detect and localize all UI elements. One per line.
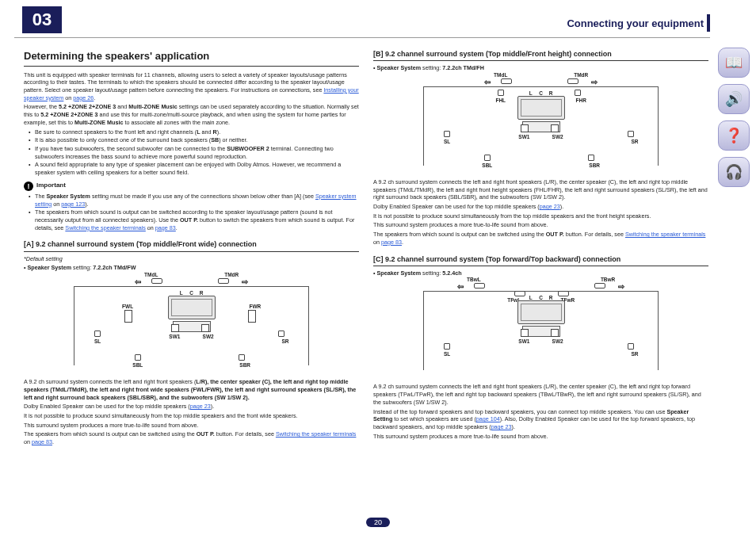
speaker-system-setting-a: Speaker System setting: 7.2.2ch TMd/FW	[24, 264, 359, 272]
sec-a-dolby: Dolby Enabled Speaker can be used for th…	[24, 403, 359, 411]
sec-c-note2: This surround system produces a more tru…	[373, 433, 708, 441]
sec-b-dolby: Dolby Enabled Speaker can be used for th…	[373, 203, 708, 211]
link-switching-terminals[interactable]: Switching the speaker terminals	[65, 224, 145, 231]
list-item: A sound field appropriate to any type of…	[29, 161, 359, 176]
sec-c-note: Instead of the top forward speakers and …	[373, 408, 708, 431]
link-page-23[interactable]: page 23	[190, 403, 211, 410]
section-c-heading: [C] 9.2 channel surround system (Top for…	[373, 254, 708, 266]
list-item: It is also possible to only connect one …	[29, 136, 359, 144]
tv-icon	[168, 296, 216, 319]
link-page-83-3[interactable]: page 83	[381, 239, 402, 246]
diagram-b: TMdL⇦ TMdR⇨ FHL FHR L C R SW1 SW2 SL SR …	[373, 75, 708, 178]
important-icon: !	[24, 182, 33, 191]
list-item: Be sure to connect speakers to the front…	[29, 128, 359, 136]
intro-paragraph-2: However, the 5.2 +ZONE 2+ZONE 3 and Mult…	[24, 103, 359, 126]
nav-equipment-button[interactable]: 🔊	[718, 84, 750, 114]
section-a-heading: [A] 9.2 channel surround system (Top mid…	[24, 239, 359, 251]
link-page-83[interactable]: page 83	[155, 224, 176, 231]
sec-a-note: It is not possible to produce sound simu…	[24, 412, 359, 420]
feature-bullets: Be sure to connect speakers to the front…	[24, 128, 359, 177]
section-b-heading: [B] 9.2 channel surround system (Top mid…	[373, 49, 708, 61]
list-item: The Speaker System setting must be made …	[29, 193, 359, 208]
sec-a-note2: This surround system produces a more tru…	[24, 422, 359, 430]
intro-paragraph-1: This unit is equipped with speaker termi…	[24, 71, 359, 102]
nav-settings-button[interactable]: 🎧	[718, 157, 750, 187]
link-page-104[interactable]: page 104	[476, 415, 500, 422]
important-callout: ! Important	[24, 182, 359, 191]
link-switching-terminals-3[interactable]: Switching the speaker terminals	[625, 231, 705, 238]
speaker-system-setting-c: Speaker System setting: 5.2.4ch	[373, 269, 708, 277]
content-area: Determining the speakers' application Th…	[0, 38, 756, 448]
list-item: If you have two subwoofers, the second s…	[29, 145, 359, 160]
nav-help-button[interactable]: ❓	[718, 120, 750, 151]
list-item: The speakers from which sound is output …	[29, 208, 359, 231]
sec-b-switch: The speakers from which sound is output …	[373, 231, 708, 246]
nav-manual-button[interactable]: 📖	[718, 48, 750, 78]
link-switching-terminals-2[interactable]: Switching the speaker terminals	[276, 430, 356, 438]
diagram-a: TMdL⇦ TMdR⇨ L C R FWL FWR SW1 SW2 SL SR …	[24, 275, 359, 378]
nav-sidebar: 📖 🔊 ❓ 🎧	[718, 48, 750, 187]
sec-c-desc: A 9.2 ch surround system connects the le…	[373, 383, 708, 406]
important-label: Important	[36, 182, 66, 190]
important-bullets: The Speaker System setting must be made …	[24, 193, 359, 232]
left-column: Determining the speakers' application Th…	[24, 49, 359, 448]
sec-b-note: It is not possible to produce sound simu…	[373, 212, 708, 220]
link-page-26[interactable]: page 26	[73, 94, 94, 101]
link-page-83-2[interactable]: page 83	[32, 438, 52, 445]
chapter-badge: 03	[22, 6, 62, 33]
sec-a-switch: The speakers from which sound is output …	[24, 430, 359, 445]
page-number-badge: 20	[366, 518, 390, 527]
link-page-23-c[interactable]: page 23	[491, 423, 512, 430]
sec-a-desc: A 9.2 ch surround system connects the le…	[24, 378, 359, 401]
link-page-23-b[interactable]: page 23	[540, 203, 560, 210]
sec-b-desc: A 9.2 ch surround system connects the le…	[373, 178, 708, 201]
diagram-c: TBwL⇦ TBwR⇨ TFwL TFwR L C R SW1 SW2 SL S…	[373, 280, 708, 383]
section-heading: Determining the speakers' application	[24, 49, 359, 67]
header-title: Connecting your equipment	[567, 14, 710, 32]
page-header: 03 Connecting your equipment	[14, 10, 710, 38]
link-page-123[interactable]: page 123	[61, 201, 85, 208]
right-column: [B] 9.2 channel surround system (Top mid…	[373, 49, 708, 448]
sec-b-note2: This surround system produces a more tru…	[373, 221, 708, 229]
default-setting-note: *Default setting	[24, 255, 359, 263]
speaker-system-setting-b: Speaker System setting: 7.2.2ch TMd/FH	[373, 64, 708, 72]
